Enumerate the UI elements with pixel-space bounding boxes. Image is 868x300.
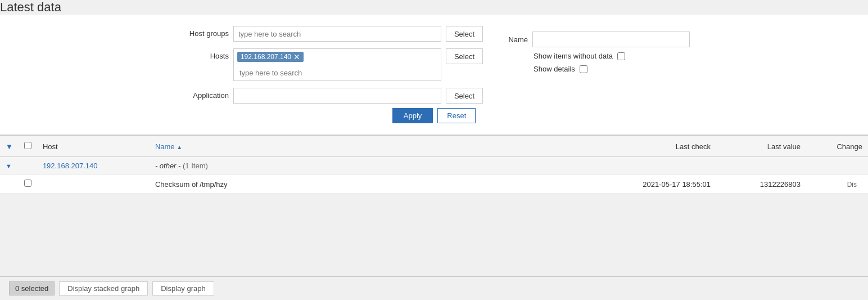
- page-title: Latest data: [0, 0, 868, 15]
- data-table: ▼ Host Name ▲ Last check Last value Chan…: [0, 136, 868, 194]
- hosts-tag-value: 192.168.207.140: [241, 53, 291, 61]
- group-lastvalue-cell: [722, 157, 812, 175]
- group-change-cell: [812, 157, 868, 175]
- filter-buttons: Apply Reset: [17, 104, 851, 123]
- item-expand-cell: [0, 175, 19, 194]
- hosts-select-button[interactable]: Select: [446, 48, 483, 64]
- table-section: ▼ Host Name ▲ Last check Last value Chan…: [0, 136, 868, 194]
- page-header: Latest data: [0, 0, 868, 15]
- application-select-button[interactable]: Select: [446, 88, 483, 104]
- name-input[interactable]: [532, 32, 690, 47]
- filter-left-panel: Host groups Select Hosts 192.168.207.140…: [178, 26, 483, 104]
- col-name-label: Name: [155, 142, 175, 151]
- group-label-cell: - other - (1 Item): [150, 157, 621, 175]
- hosts-input-container: 192.168.207.140 ✕: [233, 48, 441, 81]
- col-checkbox-header: [19, 136, 37, 157]
- apply-button[interactable]: Apply: [392, 108, 433, 123]
- item-dis-label: Dis: [842, 176, 862, 193]
- name-label: Name: [505, 35, 528, 44]
- col-lastvalue-header: Last value: [722, 136, 812, 157]
- item-checkbox[interactable]: [24, 180, 31, 187]
- name-row: Name: [505, 32, 690, 47]
- application-input[interactable]: [233, 88, 441, 104]
- col-name-sort-icon: ▲: [177, 144, 182, 150]
- hosts-search-row: [234, 65, 441, 80]
- item-lastvalue-cell: 1312226803: [722, 175, 812, 194]
- table-row: Checksum of /tmp/hzy 2021-05-17 18:55:01…: [0, 175, 868, 194]
- group-checkbox-cell: [19, 157, 37, 175]
- group-host-cell: 192.168.207.140: [37, 157, 150, 175]
- col-host-header: Host: [37, 136, 150, 157]
- col-expand-header: ▼: [0, 136, 19, 157]
- expand-all-icon[interactable]: ▼: [6, 142, 13, 151]
- table-row: ▼ 192.168.207.140 - other - (1 Item): [0, 157, 868, 175]
- col-change-header: Change: [812, 136, 868, 157]
- host-groups-row: Host groups Select: [178, 26, 483, 42]
- select-all-checkbox[interactable]: [24, 142, 31, 149]
- host-link[interactable]: 192.168.207.140: [43, 162, 98, 170]
- reset-button[interactable]: Reset: [437, 108, 476, 123]
- table-header-row: ▼ Host Name ▲ Last check Last value Chan…: [0, 136, 868, 157]
- group-expand-cell: ▼: [0, 157, 19, 175]
- group-collapse-icon[interactable]: ▼: [6, 163, 12, 169]
- filter-section: Host groups Select Hosts 192.168.207.140…: [0, 15, 868, 136]
- hosts-tag-row: 192.168.207.140 ✕: [234, 49, 441, 65]
- group-count: (1 Item): [183, 162, 208, 170]
- item-checkbox-cell: [19, 175, 37, 194]
- filter-right-panel: Name Show items without data Show detail…: [505, 26, 690, 104]
- col-lastcheck-header: Last check: [621, 136, 722, 157]
- application-label: Application: [178, 88, 229, 100]
- item-change-cell: Dis: [812, 175, 868, 194]
- item-lastcheck-cell: 2021-05-17 18:55:01: [621, 175, 722, 194]
- hosts-search-input[interactable]: [237, 68, 437, 78]
- show-items-without-data-row: Show items without data: [534, 52, 690, 60]
- application-row: Application Select: [178, 88, 483, 104]
- host-groups-input[interactable]: [233, 26, 441, 42]
- item-name: Checksum of /tmp/hzy: [155, 180, 228, 189]
- hosts-label: Hosts: [178, 48, 229, 60]
- show-details-checkbox[interactable]: [580, 65, 587, 73]
- hosts-row: Hosts 192.168.207.140 ✕ Select: [178, 48, 483, 81]
- hosts-tag: 192.168.207.140 ✕: [237, 52, 304, 62]
- group-label: - other -: [155, 162, 181, 170]
- hosts-tag-close[interactable]: ✕: [293, 53, 300, 61]
- show-items-without-data-label: Show items without data: [534, 52, 613, 60]
- item-host-cell: [37, 175, 150, 194]
- col-name-header[interactable]: Name ▲: [150, 136, 621, 157]
- host-groups-label: Host groups: [178, 26, 229, 38]
- item-name-cell: Checksum of /tmp/hzy: [150, 175, 621, 194]
- show-items-without-data-checkbox[interactable]: [617, 52, 625, 60]
- group-lastcheck-cell: [621, 157, 722, 175]
- show-details-label: Show details: [534, 65, 575, 73]
- host-groups-select-button[interactable]: Select: [446, 26, 483, 42]
- show-details-row: Show details: [534, 65, 690, 73]
